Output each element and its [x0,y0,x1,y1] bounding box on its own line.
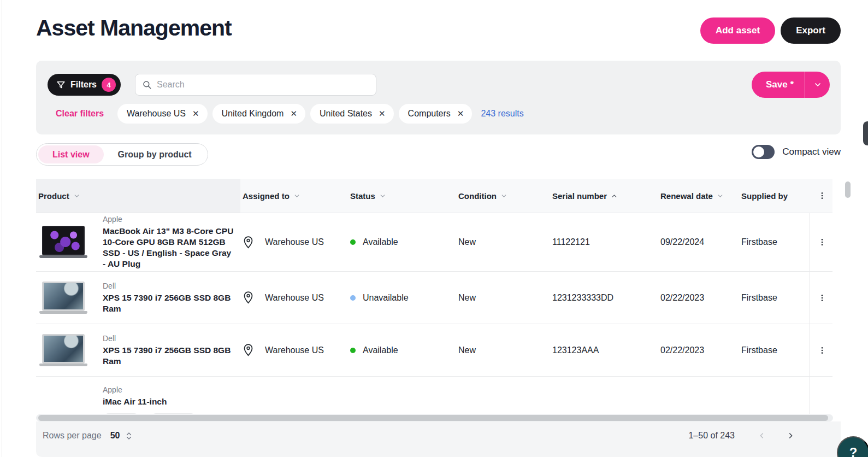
product-image-dell-xps [38,280,88,315]
assets-table: Product Assigned to Status Condition Ser… [36,179,832,414]
status-value: Unavailable [363,293,409,303]
assigned-to-value: Warehouse US [265,345,324,355]
column-header-renewal-date[interactable]: Renewal date [658,179,739,213]
results-count-link[interactable]: 243 results [481,109,523,119]
view-mode-segmented-control: List view Group by product [36,143,208,166]
filters-count-badge: 4 [102,78,116,92]
close-icon[interactable]: ✕ [457,109,464,119]
column-header-serial-number[interactable]: Serial number [550,179,658,213]
export-button[interactable]: Export [781,17,841,44]
renewal-date-cell [658,377,739,414]
vertical-scrollbar-thumb[interactable] [845,181,851,198]
chevron-down-icon [717,192,724,201]
serial-number-cell: 1231233333DD [550,272,658,324]
product-cell: Apple MacBook Air 13" M3 8-Core CPU 10-C… [36,213,240,271]
table-body: Apple MacBook Air 13" M3 8-Core CPU 10-C… [36,213,832,414]
location-pin-icon [243,343,254,357]
compact-view-toggle[interactable] [752,145,775,159]
close-icon[interactable]: ✕ [192,109,199,119]
renewal-date-cell: 09/22/2024 [658,213,739,271]
filter-funnel-icon [56,80,66,90]
filter-chip-computers[interactable]: Computers ✕ [399,104,473,124]
rows-per-page-control: Rows per page 50 [43,426,132,446]
column-header-status[interactable]: Status [348,179,456,213]
location-pin-icon [243,291,254,304]
close-icon[interactable]: ✕ [290,109,297,119]
supplied-by-cell [739,377,809,414]
table-row[interactable]: Dell XPS 15 7390 i7 256GB SSD 8GB Ram Wa… [36,272,832,324]
condition-cell [456,377,550,414]
edge-feedback-tab[interactable] [863,121,868,145]
condition-cell: New [456,213,550,271]
kebab-menu-icon [818,346,826,355]
chevron-down-icon [293,192,300,201]
chip-label: United States [320,109,372,119]
product-cell: Dell XPS 15 7390 i7 256GB SSD 8GB Ram [36,272,240,324]
status-cell [348,377,456,414]
filters-button[interactable]: Filters 4 [48,74,121,96]
condition-cell: New [456,272,550,324]
table-row[interactable]: Apple iMac Air 11-inch [36,377,832,414]
compact-view-label: Compact view [782,147,841,157]
search-box[interactable] [135,74,376,96]
table-row[interactable]: Apple MacBook Air 13" M3 8-Core CPU 10-C… [36,213,832,272]
save-button[interactable]: Save * [752,72,805,98]
renewal-date-cell: 02/22/2023 [658,324,739,376]
row-actions-button[interactable] [809,377,832,414]
chip-label: United Kingdom [222,109,284,119]
horizontal-scrollbar-thumb[interactable] [38,415,828,421]
status-dot [350,295,356,301]
product-name[interactable]: iMac Air 11-inch [103,396,197,407]
row-actions-button[interactable] [809,213,832,271]
product-name[interactable]: XPS 15 7390 i7 256GB SSD 8GB Ram [103,292,235,314]
column-settings-button[interactable] [809,179,832,213]
status-cell: Unavailable [348,272,456,324]
supplied-by-cell: Firstbase [739,213,809,271]
serial-number-cell [550,377,658,414]
chevron-down-icon [379,192,386,201]
status-value: Available [363,237,398,247]
filter-chip-warehouse-us[interactable]: Warehouse US ✕ [117,104,207,124]
rows-per-page-value[interactable]: 50 [110,431,120,441]
filters-button-label: Filters [70,80,97,90]
filter-chip-united-kingdom[interactable]: United Kingdom ✕ [212,104,305,124]
column-header-supplied-by[interactable]: Supplied by [739,179,809,213]
save-dropdown-button[interactable] [805,72,830,98]
table-row[interactable]: Dell XPS 15 7390 i7 256GB SSD 8GB Ram Wa… [36,324,832,377]
product-name[interactable]: XPS 15 7390 i7 256GB SSD 8GB Ram [103,345,235,367]
status-dot [350,348,356,353]
close-icon[interactable]: ✕ [379,109,386,119]
asset-management-page: Asset Management Add asset Export Filter… [0,0,868,457]
table-footer: Rows per page 50 1–50 of 243 [36,421,841,457]
toggle-knob [753,147,764,157]
search-input[interactable] [157,80,369,90]
next-page-button[interactable] [781,426,800,446]
column-header-assigned-to[interactable]: Assigned to [240,179,348,213]
assigned-to-cell [240,377,348,414]
column-label: Renewal date [660,191,713,201]
column-label: Status [350,191,375,201]
tab-list-view[interactable]: List view [38,145,104,163]
table-header-row: Product Assigned to Status Condition Ser… [36,179,832,213]
previous-page-button[interactable] [752,426,772,446]
filter-chip-united-states[interactable]: United States ✕ [310,104,394,124]
chevron-right-icon [786,431,795,440]
row-actions-button[interactable] [809,272,832,324]
chevron-up-icon [611,192,618,201]
add-asset-button[interactable]: Add asset [700,17,775,44]
product-name[interactable]: MacBook Air 13" M3 8-Core CPU 10-Core GP… [103,226,235,269]
help-button[interactable]: ? [837,436,868,457]
product-cell: Apple iMac Air 11-inch [36,377,240,414]
top-actions: Add asset Export [700,17,841,44]
horizontal-scrollbar[interactable] [36,414,833,421]
supplied-by-cell: Firstbase [739,324,809,376]
chevron-down-icon [813,80,822,89]
sort-updown-icon[interactable] [126,432,132,440]
tab-group-by-product[interactable]: Group by product [104,145,206,163]
clear-filters-link[interactable]: Clear filters [56,109,104,119]
product-brand: Dell [103,282,235,290]
column-label: Product [38,191,69,201]
column-header-product[interactable]: Product [36,179,240,213]
row-actions-button[interactable] [809,324,832,376]
column-header-condition[interactable]: Condition [456,179,550,213]
